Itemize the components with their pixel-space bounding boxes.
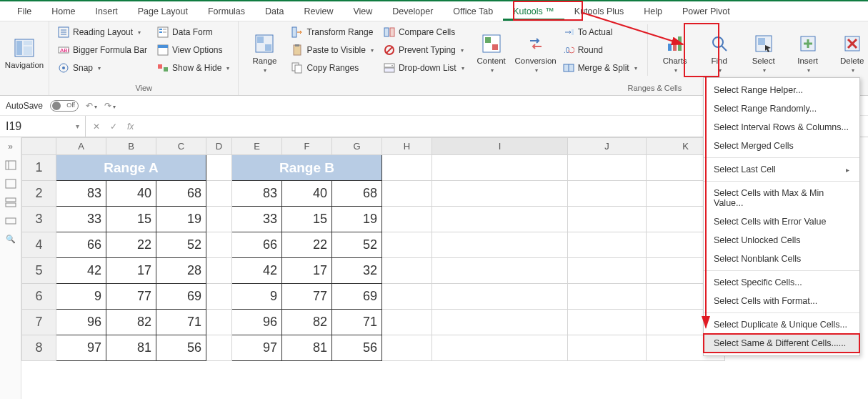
column-header[interactable]: A	[56, 138, 106, 155]
merge-split-button[interactable]: Merge & Split▾	[560, 60, 640, 76]
insert-button[interactable]: Insert▾	[788, 24, 828, 82]
menu-item[interactable]: Select Nonblank Cells	[704, 250, 859, 268]
tab-view[interactable]: View	[343, 1, 382, 21]
tab-insert[interactable]: Insert	[86, 1, 128, 21]
cell[interactable]	[432, 155, 568, 181]
cell[interactable]: 66	[56, 232, 106, 258]
tab-developer[interactable]: Developer	[382, 1, 443, 21]
enter-formula-icon[interactable]: ✓	[110, 122, 117, 132]
data-form-button[interactable]: Data Form	[154, 24, 232, 40]
cell[interactable]	[206, 207, 232, 232]
menu-item[interactable]: Select Range Randomly...	[704, 99, 859, 118]
expand-icon[interactable]: »	[8, 142, 13, 152]
cell[interactable]: 22	[106, 232, 156, 258]
row-header[interactable]: 8	[22, 335, 56, 361]
cell[interactable]	[432, 258, 568, 284]
autosave-toggle[interactable]: Off	[50, 100, 79, 112]
tab-power-pivot[interactable]: Power Pivot	[672, 1, 740, 21]
menu-item[interactable]: Select Duplicate & Unique Cells...	[704, 315, 859, 334]
cell[interactable]	[432, 181, 568, 207]
reading-layout-button[interactable]: Reading Layout▾	[55, 24, 150, 40]
tab-formulas[interactable]: Formulas	[198, 1, 255, 21]
cell[interactable]	[382, 181, 432, 207]
menu-item[interactable]: Select Range Helper...	[704, 81, 859, 99]
cell[interactable]	[568, 181, 647, 207]
compare-cells-button[interactable]: Compare Cells	[381, 24, 467, 40]
menu-item[interactable]: Select Cells with Error Value	[704, 212, 859, 231]
find-button[interactable]: Find▾	[699, 24, 739, 82]
cell[interactable]: 66	[232, 232, 282, 258]
cell[interactable]: 82	[282, 310, 332, 335]
select-button[interactable]: Select▾	[744, 24, 784, 82]
row-header[interactable]: 4	[22, 232, 56, 258]
view-options-button[interactable]: View Options	[154, 42, 232, 58]
cell[interactable]	[206, 335, 232, 361]
cell[interactable]	[206, 181, 232, 207]
cell[interactable]: 40	[106, 181, 156, 207]
column-header[interactable]: B	[106, 138, 156, 155]
cell[interactable]	[382, 335, 432, 361]
prevent-typing-button[interactable]: Prevent Typing▾	[381, 42, 467, 58]
menu-item[interactable]: Select Interval Rows & Columns...	[704, 118, 859, 137]
cell[interactable]	[382, 207, 432, 232]
cell[interactable]: 40	[282, 181, 332, 207]
cell[interactable]: 15	[106, 207, 156, 232]
cell[interactable]: 81	[282, 335, 332, 361]
tab-home[interactable]: Home	[41, 1, 85, 21]
cell[interactable]	[432, 232, 568, 258]
cell[interactable]	[568, 284, 647, 310]
cell[interactable]	[206, 258, 232, 284]
row-header[interactable]: 6	[22, 284, 56, 310]
cell[interactable]: 19	[332, 207, 382, 232]
tab-help[interactable]: Help	[634, 1, 672, 21]
cancel-formula-icon[interactable]: ✕	[93, 122, 100, 132]
tool-icon[interactable]	[5, 160, 16, 170]
cell[interactable]	[432, 207, 568, 232]
cell[interactable]: 68	[332, 181, 382, 207]
undo-button[interactable]: ↶▾	[86, 101, 97, 111]
cell[interactable]: 82	[106, 310, 156, 335]
row-header[interactable]: 3	[22, 207, 56, 232]
search-icon[interactable]: 🔍	[6, 235, 16, 244]
tab-office-tab[interactable]: Office Tab	[443, 1, 503, 21]
cell[interactable]: 56	[332, 335, 382, 361]
navigation-button[interactable]: Navigation	[4, 24, 44, 82]
menu-item[interactable]: Select Unlocked Cells	[704, 231, 859, 250]
round-button[interactable]: .0Round	[560, 42, 640, 58]
cell[interactable]: 33	[232, 207, 282, 232]
cell[interactable]: 17	[282, 258, 332, 284]
bigger-formula-bar-button[interactable]: ABCBigger Formula Bar	[55, 42, 150, 58]
cell[interactable]	[568, 155, 647, 181]
charts-button[interactable]: Charts▾	[655, 24, 695, 82]
column-header[interactable]: C	[156, 138, 206, 155]
conversion-button[interactable]: Conversion▾	[516, 24, 556, 82]
copy-ranges-button[interactable]: Copy Ranges	[289, 60, 376, 76]
cell[interactable]	[382, 155, 432, 181]
menu-item[interactable]: Select Specific Cells...	[704, 273, 859, 292]
cell[interactable]	[432, 310, 568, 335]
cell[interactable]: 33	[56, 207, 106, 232]
tool-icon[interactable]	[5, 179, 16, 189]
name-box[interactable]: I19 ▾	[0, 116, 86, 137]
column-header[interactable]: F	[282, 138, 332, 155]
cell[interactable]: 9	[56, 284, 106, 310]
cell[interactable]: 96	[232, 310, 282, 335]
cell[interactable]	[382, 258, 432, 284]
paste-visible-button[interactable]: Paste to Visible▾	[289, 42, 376, 58]
column-header[interactable]: J	[568, 138, 647, 155]
column-header[interactable]: G	[332, 138, 382, 155]
cell[interactable]	[568, 335, 647, 361]
to-actual-button[interactable]: To Actual	[560, 24, 640, 40]
cell[interactable]: 71	[332, 310, 382, 335]
cell[interactable]	[568, 258, 647, 284]
row-header[interactable]: 7	[22, 310, 56, 335]
transform-range-button[interactable]: Transform Range	[289, 24, 376, 40]
cell[interactable]: 17	[106, 258, 156, 284]
cell[interactable]	[382, 232, 432, 258]
cell[interactable]: 81	[106, 335, 156, 361]
range-button[interactable]: Range▾	[244, 24, 284, 82]
column-header[interactable]: E	[232, 138, 282, 155]
cell[interactable]: 97	[56, 335, 106, 361]
tab-kutools-plus[interactable]: Kutools Plus	[564, 1, 634, 21]
cell[interactable]: 69	[156, 284, 206, 310]
